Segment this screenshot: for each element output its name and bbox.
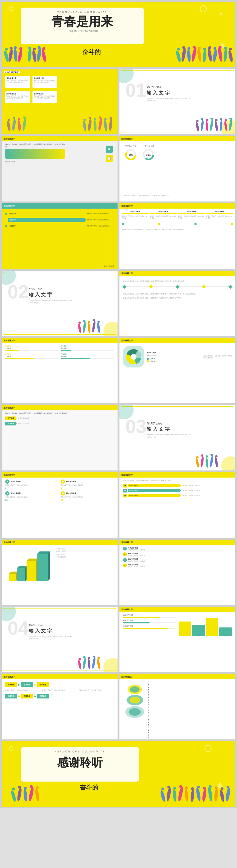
svg-point-23 <box>187 47 190 50</box>
svg-point-38 <box>228 50 234 63</box>
svg-point-30 <box>207 48 213 62</box>
vbar-fill-4 <box>219 627 232 636</box>
num-bar-3: 添加文字标题 <box>128 494 179 497</box>
svg-point-59 <box>110 117 112 119</box>
fill-85 <box>123 628 168 629</box>
part3-label-block: PART three 输 入 文 字 Please click here tex… <box>147 422 194 438</box>
part2-number: 02 <box>7 282 29 302</box>
svg-point-163 <box>196 787 201 802</box>
svg-point-72 <box>224 121 228 131</box>
arrow-bar-1: 添加文字 <box>8 212 84 216</box>
bar-25 <box>5 350 19 351</box>
num-badge-2: 02 <box>123 489 127 493</box>
slide-3d-steps: 添加标题文字 <box>1 539 118 605</box>
svg-point-66 <box>209 119 214 131</box>
ball-text-4: 添加文字标题 请输入文字内容，点击此处 <box>128 563 232 568</box>
svg-point-11 <box>28 46 31 50</box>
svg-point-141 <box>10 790 17 802</box>
svg-point-111 <box>62 493 63 494</box>
pie-legend: 89% 78% 68% 43% 文字标题 文字标题 <box>147 351 201 363</box>
arrow-bar-2: 添加文字 <box>8 218 84 222</box>
svg-point-147 <box>28 786 34 802</box>
num-item-1: 01 添加文字标题 请输入文字内容，点击此处 <box>123 484 232 488</box>
svg-point-46 <box>22 118 27 131</box>
flow-box-3: 添加标题 <box>37 682 49 687</box>
part4-number: 04 <box>7 619 29 638</box>
dot-yellow <box>5 219 7 221</box>
ball-item-3: 3 添加文字标题 请输入文字内容，点击此处 <box>123 558 232 562</box>
nav-bar-yellow: 添加标题文字 <box>2 136 118 141</box>
svg-point-65 <box>206 119 208 121</box>
nav-bar-14: 添加标题文字 <box>2 674 118 679</box>
svg-point-170 <box>215 786 217 789</box>
svg-point-100 <box>200 456 204 468</box>
four-col-table: 添加文字标题 添加文字标题 添加文字标题 添加文字标题 请输入文字内容，点击此处… <box>122 211 233 230</box>
svg-point-6 <box>17 49 23 62</box>
svg-point-60 <box>196 122 200 131</box>
t-dot-3 <box>194 223 197 225</box>
svg-point-165 <box>202 789 207 802</box>
svg-point-146 <box>24 787 27 789</box>
icon-card-3: 添加文字标题 请输入文字内容，点击此处开始输入 03 <box>5 491 59 501</box>
svg-point-50 <box>87 118 92 131</box>
svg-point-39 <box>229 48 232 51</box>
svg-point-172 <box>220 787 224 790</box>
nav-bar-11: 添加标题文字 <box>2 539 118 545</box>
svg-point-129 <box>87 659 91 670</box>
num-items: 01 添加文字标题 请输入文字内容，点击此处 02 添加文字标题 <box>123 484 232 497</box>
icon-card-2: 添加文字标题 请输入文字内容，点击此处开始输入 02 <box>61 479 114 489</box>
circle-deco-2 <box>9 6 13 11</box>
dot-teal <box>5 213 7 215</box>
icon-card-header-1: 添加文字标题 <box>5 479 21 484</box>
vbar-4: D <box>219 627 232 638</box>
btn-row-2: 了下标题 请输入文字内容 <box>5 422 114 426</box>
step-btn-2[interactable]: 了下标题 <box>5 422 17 426</box>
bar-item-1: 添加文字标题 <box>123 614 176 618</box>
svg-point-126 <box>79 658 81 660</box>
arrow-bar-3: 添加文字 <box>8 224 84 228</box>
nav-bar-15: 添加标题文字 <box>119 674 235 679</box>
slide-part-four: 04 PART four 输 入 文 字 Please click here t… <box>1 607 118 673</box>
nav-label-3: 添加标题文字 添加文字 请输入文字内容，点击此处开始输入 添加文字 <box>1 203 118 269</box>
svg-point-97 <box>132 355 136 359</box>
svg-point-142 <box>12 787 15 790</box>
steps-labels: 添加文字标题 请输入文字内容 添加文字标题 请输入文字内容 <box>56 548 66 558</box>
slide-icon-cards: 添加标题文字 添加文字标题 请输入文字内容，点击此处开始输入 01 <box>1 472 118 538</box>
step-btn-1[interactable]: 了下标题 <box>5 416 17 420</box>
vert-bars: A B C D <box>179 614 232 638</box>
num-badge-1: 01 <box>123 484 127 488</box>
svg-point-56 <box>103 120 108 131</box>
arrow-row-2: 添加文字 请输入文字内容，点击此处开始输入 <box>5 218 115 222</box>
svg-point-27 <box>198 46 201 50</box>
slide-timeline: 添加标题文字 请输入文字内容，点击此处开始输入，如有需要可以修改文字样式，请输入… <box>119 270 236 336</box>
hero-en-title: HARMONIOUS COMMUNITY <box>21 7 144 14</box>
stats-content: 0.25% 文字标题 0.19% 文字标题 <box>5 345 114 359</box>
final-white-box: HARMONIOUS COMMUNITY 感谢聆听 <box>21 747 139 782</box>
svg-point-41 <box>7 119 10 121</box>
svg-point-157 <box>177 786 184 802</box>
svg-point-140 <box>129 708 141 716</box>
stat-3: 0.55% 文字标题 <box>5 353 59 359</box>
svg-point-0 <box>3 50 9 63</box>
nav-bar-5: 添加标题文字 <box>119 271 235 276</box>
svg-point-68 <box>214 121 218 131</box>
diamond-4 <box>202 285 206 289</box>
nav-bar-7: 添加标题文字 <box>119 338 235 343</box>
slide-inner-content: 请输入文字内容，点击此处开始输入，如有需要可以修改文字样式，请输入文字内容 添加… <box>5 143 114 163</box>
slide2-silhouette <box>2 117 118 134</box>
part-number: 01 <box>125 81 146 100</box>
svg-point-45 <box>18 118 20 120</box>
flow-row: 添加标题 ▶ 添加标题 ▶ 添加标题 <box>5 682 114 687</box>
triangle-deco-2 <box>219 11 224 16</box>
hero-subtitle: 奋斗的 <box>82 48 101 56</box>
svg-point-10 <box>28 48 32 62</box>
svg-point-42 <box>11 118 16 131</box>
ball-text-2: 添加文字标题 请输入文字内容，点击此处 <box>128 552 232 557</box>
ball-num-4: 4 <box>123 563 127 567</box>
icon-card-header-4: 添加文字标题 <box>61 491 76 496</box>
monitor-icon: 🖥 <box>106 146 113 153</box>
slide-content-list: FOUR CONTENT 添加标题文字 请输入文字内容，点击此处开始输入，如有需… <box>1 69 118 134</box>
part4-label-block: PART four 输 入 文 字 Please click here text… <box>29 623 76 640</box>
svg-point-150 <box>36 786 39 789</box>
svg-point-107 <box>215 455 217 458</box>
